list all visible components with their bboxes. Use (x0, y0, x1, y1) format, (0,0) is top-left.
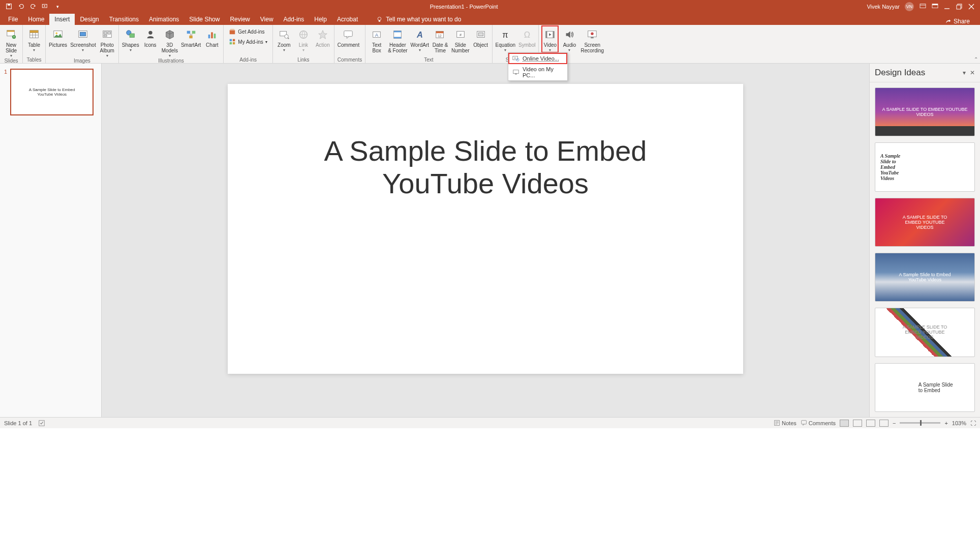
photo-album-button[interactable]: Photo Album ▾ (99, 26, 115, 58)
tab-addins[interactable]: Add-ins (279, 14, 310, 25)
icons-icon (144, 28, 157, 41)
spellcheck-icon[interactable] (38, 420, 45, 427)
zoom-slider[interactable] (900, 422, 940, 424)
ribbon-options-icon[interactable] (931, 3, 938, 10)
restore-icon[interactable] (956, 3, 963, 10)
pane-options-icon[interactable]: ▾ (963, 69, 966, 76)
design-idea-4[interactable]: A Sample Slide to Embed YouTube Videos (875, 253, 975, 302)
slide-thumbnails-pane[interactable]: 1 A Sample Slide to Embed YouTube Videos (0, 64, 102, 417)
collapse-ribbon-icon[interactable]: ⌃ (974, 56, 978, 62)
title-bar-right: Vivek Nayyar VN (862, 2, 980, 11)
get-addins-button[interactable]: Get Add-ins (227, 27, 269, 36)
3d-models-button[interactable]: 3D Models ▾ (162, 26, 178, 58)
redo-icon[interactable] (29, 3, 37, 10)
action-button[interactable]: Action (315, 26, 331, 48)
design-idea-1[interactable]: A SAMPLE SLIDE TO EMBED YOUTUBE VIDEOS (875, 87, 975, 136)
date-time-button[interactable]: 12 Date & Time (432, 26, 448, 53)
slide-title-text[interactable]: A Sample Slide to Embed YouTube Videos (324, 135, 647, 200)
pc-video-icon (512, 69, 519, 76)
equation-icon: π (499, 28, 512, 41)
sorter-view-icon[interactable] (853, 420, 862, 427)
zoom-in-button[interactable]: + (944, 420, 947, 426)
group-images: Pictures Screenshot ▾ Photo Album ▾ Imag… (46, 25, 119, 63)
tab-animations[interactable]: Animations (144, 14, 184, 25)
share-button[interactable]: Share (938, 18, 977, 25)
display-options-icon[interactable] (919, 3, 926, 10)
screen-recording-button[interactable]: Screen Recording (580, 26, 604, 53)
tab-file[interactable]: File (3, 14, 23, 25)
minimize-icon[interactable] (943, 3, 951, 10)
undo-icon[interactable] (17, 3, 24, 10)
qat-customize-icon[interactable]: ▾ (54, 3, 61, 10)
tab-help[interactable]: Help (309, 14, 332, 25)
video-on-pc-menu-item[interactable]: Video on My PC... (508, 64, 567, 80)
shapes-button[interactable]: Shapes ▾ (122, 26, 139, 52)
zoom-out-button[interactable]: − (893, 420, 896, 426)
video-label: Video (544, 42, 557, 48)
new-slide-button[interactable]: + New Slide ▾ (3, 26, 19, 58)
svg-rect-23 (30, 31, 39, 33)
tab-insert[interactable]: Insert (49, 14, 75, 25)
table-button[interactable]: Table ▾ (26, 26, 42, 52)
tell-me-search[interactable]: Tell me what you want to do (373, 14, 464, 25)
close-icon[interactable] (968, 3, 975, 10)
tab-view[interactable]: View (255, 14, 279, 25)
store-icon (229, 28, 236, 35)
tab-review[interactable]: Review (225, 14, 255, 25)
tab-home[interactable]: Home (23, 14, 49, 25)
tab-slideshow[interactable]: Slide Show (184, 14, 225, 25)
zoom-button[interactable]: Zoom ▾ (276, 26, 292, 52)
chevron-down-icon: ▾ (130, 48, 132, 52)
chart-button[interactable]: Chart (204, 26, 220, 48)
thumbnail-1[interactable]: A Sample Slide to Embed YouTube Videos (10, 69, 94, 115)
chart-label: Chart (206, 42, 218, 48)
screenshot-button[interactable]: Screenshot ▾ (70, 26, 96, 52)
link-button[interactable]: Link ▾ (295, 26, 312, 52)
save-icon[interactable] (5, 3, 12, 10)
design-idea-3[interactable]: A SAMPLE SLIDE TO EMBED YOUTUBE VIDEOS (875, 198, 975, 247)
slideshow-view-icon[interactable] (879, 420, 889, 427)
video-button[interactable]: Video ▾ (542, 26, 558, 52)
start-from-beginning-icon[interactable] (42, 3, 49, 10)
design-idea-5[interactable]: A SAMPLE SLIDE TO EMBED YOUTUBE VIDEOS (875, 308, 975, 357)
design-ideas-list[interactable]: A SAMPLE SLIDE TO EMBED YOUTUBE VIDEOS A… (870, 82, 980, 417)
textbox-button[interactable]: A Text Box (369, 26, 385, 53)
audio-button[interactable]: Audio ▾ (561, 26, 577, 52)
slide-canvas[interactable]: A Sample Slide to Embed YouTube Videos (228, 84, 743, 374)
design-idea-2[interactable]: A Sample Slide to Embed YouTube Videos (875, 142, 975, 191)
icons-button[interactable]: Icons (142, 26, 159, 48)
canvas-area[interactable]: A Sample Slide to Embed YouTube Videos (102, 64, 869, 417)
normal-view-icon[interactable] (840, 420, 849, 427)
design-idea-6[interactable]: A Sample Slide to Embed (875, 363, 975, 412)
svg-text:12: 12 (438, 34, 442, 38)
header-footer-icon (391, 28, 404, 41)
my-addins-button[interactable]: My Add-ins ▾ (227, 37, 269, 46)
equation-button[interactable]: π Equation ▾ (496, 26, 515, 52)
comment-button[interactable]: Comment (338, 26, 359, 48)
slide-number-button[interactable]: # Slide Number (451, 26, 470, 53)
close-pane-icon[interactable]: ✕ (970, 69, 975, 76)
wordart-button[interactable]: A WordArt ▾ (411, 26, 430, 52)
pictures-button[interactable]: Pictures (49, 26, 67, 48)
user-avatar[interactable]: VN (905, 2, 914, 11)
tab-design[interactable]: Design (75, 14, 104, 25)
online-video-menu-item[interactable]: Online Video... (508, 53, 567, 64)
svg-rect-83 (801, 421, 806, 424)
photo-album-icon (101, 28, 114, 41)
tab-transitions[interactable]: Transitions (104, 14, 144, 25)
object-button[interactable]: Object (473, 26, 489, 48)
reading-view-icon[interactable] (866, 420, 875, 427)
tab-acrobat[interactable]: Acrobat (332, 14, 363, 25)
zoom-percent[interactable]: 103% (952, 420, 966, 426)
notes-button[interactable]: Notes (774, 420, 797, 426)
svg-rect-37 (189, 36, 192, 39)
chevron-down-icon: ▾ (549, 48, 551, 52)
slide-counter[interactable]: Slide 1 of 1 (4, 420, 32, 426)
symbol-button[interactable]: Ω Symbol (518, 26, 535, 48)
smartart-button[interactable]: SmartArt (181, 26, 201, 48)
fit-to-window-icon[interactable]: ⛶ (970, 420, 976, 426)
action-label: Action (316, 42, 330, 48)
header-footer-button[interactable]: Header & Footer (388, 26, 407, 53)
comments-button[interactable]: Comments (801, 420, 836, 426)
title-bar: ▾ Presentation1 - PowerPoint Vivek Nayya… (0, 0, 980, 13)
